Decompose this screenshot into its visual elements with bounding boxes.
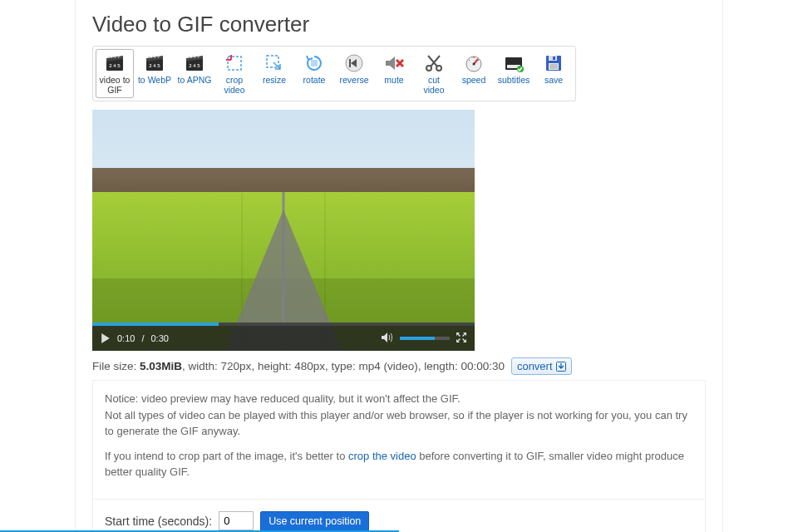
page-title: Video to GIF converter (92, 0, 706, 46)
filesize-label: File size: (92, 360, 140, 372)
tool-video-to-gif[interactable]: 2 4 5video to GIF (96, 49, 134, 98)
tool-label: crop video (217, 76, 252, 95)
notice-line-1: Notice: video preview may have reduced q… (105, 392, 461, 405)
tool-resize[interactable]: resize (255, 49, 293, 98)
notice-box: Notice: video preview may have reduced q… (92, 380, 706, 500)
volume-icon[interactable] (382, 332, 393, 344)
start-time-label: Start time (seconds): (105, 515, 212, 528)
video-player[interactable]: 0:10 / 0:30 (92, 110, 475, 351)
save-icon (543, 52, 564, 74)
filesize-value: 5.03MiB (140, 360, 182, 372)
svg-text:2 4 5: 2 4 5 (149, 63, 160, 68)
svg-text:2 4 5: 2 4 5 (189, 63, 200, 68)
convert-button[interactable]: convert (511, 357, 572, 375)
tool-crop-video[interactable]: crop video (215, 49, 254, 98)
video-meta: File size: 5.03MiB, width: 720px, height… (92, 357, 706, 375)
tool-to-webp[interactable]: 2 4 5to WebP (135, 49, 174, 98)
tool-label: speed (462, 76, 486, 86)
tool-label: mute (384, 76, 403, 86)
video-total-time: 0:30 (150, 333, 168, 343)
use-current-start-button[interactable]: Use current position (260, 511, 369, 531)
tool-save[interactable]: save (534, 49, 573, 98)
svg-rect-8 (311, 60, 318, 66)
subtitles-icon (503, 52, 525, 74)
svg-rect-10 (349, 59, 351, 67)
tool-label: save (544, 76, 563, 86)
notice-line-3a: If you intend to crop part of the image,… (105, 450, 348, 462)
svg-text:2 4 5: 2 4 5 (109, 63, 121, 68)
video-preview-frame (92, 110, 475, 351)
tool-label: subtitles (498, 76, 530, 86)
volume-slider[interactable] (400, 337, 450, 340)
length-value: 00:00:30 (461, 360, 505, 372)
length-label: , length: (418, 360, 461, 372)
video-current-time: 0:10 (117, 333, 135, 343)
clapper-245-icon: 2 4 5 (104, 52, 126, 74)
play-icon[interactable] (101, 333, 111, 343)
download-icon (556, 362, 566, 372)
toolbar: 2 4 5video to GIF2 4 5to WebP2 4 5to APN… (92, 46, 576, 101)
svg-point-14 (473, 63, 475, 66)
svg-rect-20 (553, 57, 555, 60)
start-time-input[interactable] (219, 511, 254, 530)
height-label: , height: (251, 360, 294, 372)
clapper-245-icon: 2 4 5 (184, 52, 205, 74)
tool-label: cut video (416, 76, 451, 95)
tool-cut-video[interactable]: cut video (415, 49, 453, 98)
width-label: , width: (182, 360, 221, 372)
tool-speed[interactable]: speed (455, 49, 493, 98)
tool-to-apng[interactable]: 2 4 5to APNG (175, 49, 214, 98)
type-label: , type: (325, 360, 359, 372)
tool-rotate[interactable]: rotate (295, 49, 333, 98)
tool-subtitles[interactable]: subtitles (495, 49, 533, 98)
height-value: 480px (294, 360, 325, 372)
tool-label: to APNG (178, 76, 212, 86)
video-controls: 0:10 / 0:30 (92, 326, 475, 351)
tool-label: to WebP (138, 76, 171, 86)
cut-icon (423, 52, 445, 74)
clapper-245-icon: 2 4 5 (144, 52, 165, 74)
fullscreen-icon[interactable] (456, 332, 466, 344)
crop-video-link[interactable]: crop the video (348, 450, 416, 462)
video-time-separator: / (141, 333, 144, 343)
convert-button-label: convert (517, 360, 553, 372)
tool-label: reverse (339, 76, 368, 86)
rotate-icon (303, 52, 325, 74)
tool-label: resize (263, 76, 286, 86)
notice-line-2: Not all types of video can be played wit… (105, 409, 687, 438)
resize-icon (264, 52, 285, 74)
speed-icon (463, 52, 485, 74)
tool-mute[interactable]: mute (375, 49, 413, 98)
tool-label: video to GIF (97, 76, 132, 95)
svg-rect-6 (228, 57, 241, 70)
reverse-icon (343, 52, 365, 74)
width-value: 720px (221, 360, 252, 372)
crop-icon (224, 52, 245, 74)
time-settings: Start time (seconds): Use current positi… (92, 500, 706, 532)
tool-reverse[interactable]: reverse (335, 49, 373, 98)
tool-label: rotate (303, 76, 326, 86)
mute-icon (383, 52, 405, 74)
type-value: mp4 (video) (359, 360, 418, 372)
